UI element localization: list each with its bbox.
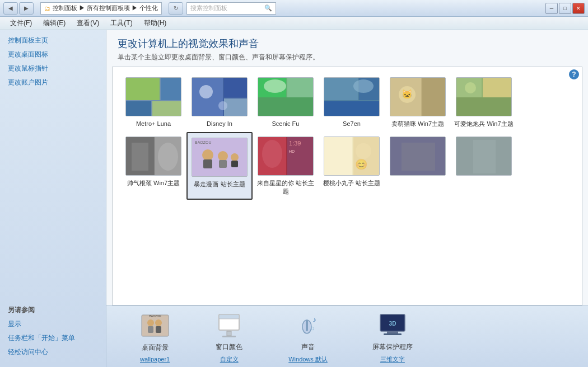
nav-buttons: ◀ ▶ — [3, 2, 34, 15]
address-bar[interactable]: 🗂 控制面板 ▶ 所有控制面板项 ▶ 个性化 — [40, 2, 162, 15]
sidebar-item-home[interactable]: 控制面板主页 — [8, 36, 98, 45]
svg-text:HD: HD — [289, 149, 295, 153]
theme-thumb-boy — [456, 137, 512, 176]
svg-rect-34 — [132, 143, 148, 171]
sidebar-item-display[interactable]: 显示 — [8, 319, 98, 329]
svg-point-63 — [147, 319, 154, 326]
refresh-button[interactable]: ↻ — [169, 2, 183, 15]
also-see-title: 另请参阅 — [8, 305, 98, 315]
menu-tools[interactable]: 工具(T) — [106, 17, 137, 29]
svg-rect-2 — [161, 78, 181, 100]
svg-rect-39 — [203, 159, 212, 168]
search-icon: 🔍 — [264, 4, 272, 12]
folder-icon: 🗂 — [44, 5, 50, 12]
svg-rect-3 — [126, 101, 151, 116]
svg-rect-19 — [324, 101, 380, 116]
help-button[interactable]: ? — [569, 69, 579, 79]
theme-item-cherry[interactable]: 😊 樱桃小丸子 站长主题 — [319, 132, 385, 200]
svg-rect-78 — [387, 331, 398, 333]
color-sublabel[interactable]: 自定义 — [220, 355, 239, 364]
theme-thumb-se7en — [324, 77, 380, 116]
svg-text:BAOZOU: BAOZOU — [195, 140, 212, 144]
color-label: 窗口颜色 — [216, 342, 242, 352]
menu-view[interactable]: 查看(V) — [72, 17, 104, 29]
menu-file[interactable]: 文件(F) — [6, 17, 36, 29]
theme-item-cartoon[interactable]: BAOZOU 暴走漫画 站长主题 — [186, 132, 253, 200]
wallpaper-icon: BAOZOU — [141, 310, 170, 340]
theme-thumb-cherry: 😊 — [324, 137, 380, 176]
breadcrumb: 控制面板 ▶ 所有控制面板项 ▶ 个性化 — [53, 4, 158, 12]
theme-item-handsome[interactable]: 帅气根颈 Win7主题 — [120, 132, 186, 200]
menu-bar: 文件(F) 编辑(E) 查看(V) 工具(T) 帮助(H) — [0, 17, 588, 30]
bottom-item-color[interactable]: 窗口颜色 自定义 — [214, 310, 244, 364]
svg-rect-12 — [258, 97, 314, 116]
theme-item-boy[interactable] — [451, 132, 517, 200]
theme-label-star: 来自星星的你 站长主题 — [255, 179, 316, 195]
sidebar-item-account-picture[interactable]: 更改账户图片 — [8, 78, 98, 87]
bottom-item-wallpaper[interactable]: BAOZOU 桌面背景 wallpaper1 — [140, 310, 170, 363]
theme-thumb-handsome — [125, 137, 181, 176]
sidebar-item-accessibility[interactable]: 轻松访问中心 — [8, 347, 98, 357]
svg-text:1:39: 1:39 — [289, 140, 301, 147]
svg-point-35 — [158, 143, 178, 171]
menu-help[interactable]: 帮助(H) — [139, 17, 171, 29]
theme-thumb-cute2 — [456, 77, 512, 116]
maximize-button[interactable]: □ — [559, 3, 571, 14]
svg-text:🐱: 🐱 — [402, 89, 413, 100]
sidebar-item-mouse-pointer[interactable]: 更改鼠标指针 — [8, 64, 98, 73]
theme-item-se7en[interactable]: Se7en — [319, 73, 385, 132]
svg-rect-42 — [219, 160, 227, 168]
screensaver-icon: 3D — [378, 310, 407, 339]
svg-point-41 — [218, 151, 228, 161]
bottom-item-screensaver[interactable]: 3D 屏幕保护程序 三维文字 — [372, 310, 413, 364]
bottom-item-sound[interactable]: ♪ ♫ 声音 Windows 默认 — [288, 310, 328, 364]
svg-rect-40 — [204, 152, 211, 156]
sidebar-item-desktop-icons[interactable]: 更改桌面图标 — [8, 50, 98, 59]
forward-button[interactable]: ▶ — [19, 2, 34, 15]
search-box[interactable]: 搜索控制面板 🔍 — [186, 2, 276, 15]
theme-item-girls[interactable] — [385, 132, 451, 200]
theme-label-metro: Metro+ Luna — [136, 120, 171, 128]
sidebar-item-taskbar[interactable]: 任务栏和「开始」菜单 — [8, 333, 98, 343]
svg-point-48 — [262, 140, 282, 168]
svg-rect-44 — [231, 161, 238, 167]
theme-label-cute2: 可爱炮炮兵 Win7主题 — [454, 120, 513, 128]
theme-item-disney[interactable]: Disney In — [186, 73, 253, 132]
themes-container: Metro+ Luna Disney In Scenic Fu Se7en 🐱 — [112, 67, 582, 305]
theme-label-cherry: 樱桃小丸子 站长主题 — [323, 179, 380, 187]
minimize-button[interactable]: ─ — [545, 3, 558, 14]
theme-item-cute_cat[interactable]: 🐱 卖萌猫咪 Win7主题 — [385, 73, 451, 132]
theme-label-cartoon: 暴走漫画 站长主题 — [194, 180, 245, 188]
sound-sublabel[interactable]: Windows 默认 — [288, 355, 328, 364]
menu-edit[interactable]: 编辑(E) — [39, 17, 70, 29]
theme-label-disney: Disney In — [207, 120, 232, 128]
wallpaper-sublabel[interactable]: wallpaper1 — [140, 356, 170, 363]
theme-item-cute2[interactable]: 可爱炮炮兵 Win7主题 — [451, 73, 517, 132]
close-button[interactable]: ✕ — [572, 3, 585, 14]
theme-label-handsome: 帅气根颈 Win7主题 — [127, 179, 180, 187]
sound-icon: ♪ ♫ — [293, 310, 323, 339]
theme-item-metro[interactable]: Metro+ Luna — [120, 73, 186, 132]
screensaver-sublabel[interactable]: 三维文字 — [380, 355, 405, 364]
theme-thumb-girls — [390, 137, 446, 176]
theme-label-cute_cat: 卖萌猫咪 Win7主题 — [391, 120, 444, 128]
bottom-bar: BAOZOU 桌面背景 wallpaper1 窗口颜色 自定义 — [106, 305, 588, 367]
content-header: 更改计算机上的视觉效果和声音 单击某个主题立即更改桌面背景、窗口颜色、声音和屏幕… — [106, 30, 588, 67]
svg-text:BAOZOU: BAOZOU — [149, 314, 161, 318]
svg-text:😊: 😊 — [355, 158, 368, 171]
themes-grid: Metro+ Luna Disney In Scenic Fu Se7en 🐱 — [118, 70, 576, 202]
theme-item-scenic[interactable]: Scenic Fu — [253, 73, 319, 132]
svg-point-65 — [155, 319, 162, 326]
theme-thumb-cute_cat: 🐱 — [390, 77, 446, 116]
wallpaper-label: 桌面背景 — [142, 343, 169, 352]
title-bar-left: ◀ ▶ 🗂 控制面板 ▶ 所有控制面板项 ▶ 个性化 ↻ 搜索控制面板 🔍 — [3, 2, 276, 15]
svg-text:♪: ♪ — [312, 315, 316, 324]
svg-rect-64 — [148, 326, 153, 333]
svg-rect-1 — [126, 78, 160, 100]
theme-thumb-metro — [125, 77, 181, 116]
sidebar: 控制面板主页 更改桌面图标 更改鼠标指针 更改账户图片 另请参阅 显示 任务栏和… — [0, 30, 106, 367]
theme-item-star[interactable]: 1:39 HD 来自星星的你 站长主题 — [253, 132, 319, 200]
svg-rect-52 — [324, 137, 352, 176]
svg-point-9 — [199, 85, 213, 98]
back-button[interactable]: ◀ — [3, 2, 18, 15]
